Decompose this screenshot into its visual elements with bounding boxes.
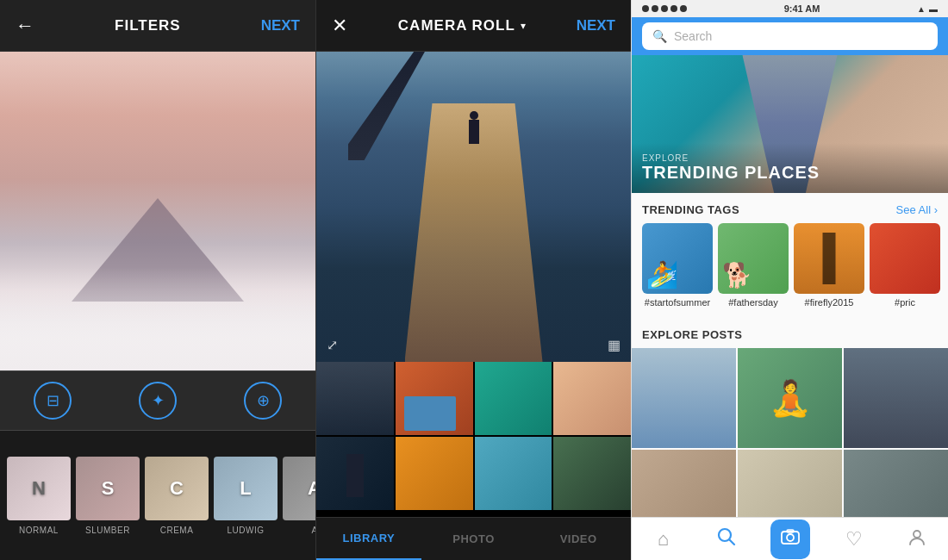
tag-label-2: #fathersday xyxy=(728,297,777,308)
filter-thumb-slumber: S xyxy=(76,457,140,520)
tag-item-pric[interactable]: #pric xyxy=(870,223,940,308)
main-photo-preview: ⤢ ▦ xyxy=(316,52,631,362)
lux-tool-button[interactable]: ⊕ xyxy=(244,382,282,420)
filter-letter-extra: A xyxy=(308,477,315,500)
nav-likes-button[interactable]: ♡ xyxy=(835,520,873,558)
filter-strip: N NORMAL S SLUMBER C CREMA L LUDWIG A xyxy=(0,431,315,560)
filter-letter-ludwig: L xyxy=(240,477,251,500)
filter-item-crema[interactable]: C CREMA xyxy=(145,457,209,535)
grid-cell-6[interactable] xyxy=(396,437,473,510)
nav-profile-button[interactable] xyxy=(898,520,936,558)
filter-item-extra[interactable]: A A xyxy=(283,457,315,535)
signal-dot-1 xyxy=(642,5,649,12)
explore-post-3[interactable] xyxy=(844,348,948,448)
signal-dot-5 xyxy=(680,5,687,12)
trending-banner[interactable]: EXPLORE TRENDING PLACES xyxy=(632,55,948,193)
grid-cell-5[interactable] xyxy=(316,437,394,510)
tag-thumb-2 xyxy=(718,223,789,294)
status-icons: ▲ ▬ xyxy=(917,4,938,14)
nav-home-button[interactable]: ⌂ xyxy=(645,520,683,558)
explore-scroll-area[interactable]: EXPLORE TRENDING PLACES TRENDING TAGS Se… xyxy=(632,55,948,517)
battery-icon: ▬ xyxy=(929,4,938,14)
search-bar[interactable]: 🔍 Search xyxy=(642,22,938,50)
explore-posts-header: EXPLORE POSTS xyxy=(632,318,948,348)
grid-cell-8[interactable] xyxy=(553,437,631,510)
filter-thumb-ludwig: L xyxy=(214,457,278,520)
home-icon: ⌂ xyxy=(658,528,669,551)
profile-icon xyxy=(907,527,926,551)
svg-line-1 xyxy=(729,539,734,544)
explore-posts-grid xyxy=(632,348,948,517)
tag-label-1: #startofsummer xyxy=(645,297,710,308)
lux-icon: ⊕ xyxy=(257,391,270,410)
explore-posts-section-title: EXPLORE POSTS xyxy=(642,328,742,341)
explore-post-6[interactable] xyxy=(844,450,948,517)
grid-toggle-icon[interactable]: ▦ xyxy=(608,337,621,353)
brightness-tool-button[interactable]: ✦ xyxy=(139,382,177,420)
tag-item-fathersday[interactable]: #fathersday xyxy=(718,223,789,308)
camera-icon xyxy=(781,527,800,551)
bottom-navigation: ⌂ ♡ xyxy=(632,517,948,560)
camera-roll-title: CAMERA ROLL xyxy=(398,17,515,34)
grid-cell-2[interactable] xyxy=(396,362,473,435)
adjust-tool-button[interactable]: ⊟ xyxy=(34,382,72,420)
filter-thumb-crema: C xyxy=(145,457,209,520)
grid-cell-1[interactable] xyxy=(316,362,394,435)
grid-cell-7[interactable] xyxy=(475,437,552,510)
filter-thumb-extra: A xyxy=(283,457,315,520)
tab-photo[interactable]: PHOTO xyxy=(421,518,527,560)
signal-dot-3 xyxy=(661,5,668,12)
tab-library[interactable]: LIBRARY xyxy=(316,518,421,560)
tags-row: #startofsummer #fathersday #firefly2015 … xyxy=(632,223,948,318)
filters-title: FILTERS xyxy=(115,17,181,34)
search-bar-container: 🔍 Search xyxy=(632,17,948,55)
tag-thumb-4 xyxy=(870,223,940,294)
expand-icon[interactable]: ⤢ xyxy=(327,337,338,353)
explore-panel: 9:41 AM ▲ ▬ 🔍 Search EXPLORE TRENDING PL… xyxy=(631,0,948,560)
filters-panel: ← FILTERS NEXT ⊟ ✦ ⊕ N NORMAL S SLUMBER xyxy=(0,0,315,560)
nav-search-button[interactable] xyxy=(708,520,745,558)
filter-label-crema: CREMA xyxy=(160,526,194,535)
filters-next-button[interactable]: NEXT xyxy=(261,17,300,34)
tag-item-startofsummer[interactable]: #startofsummer xyxy=(642,223,713,308)
filter-item-slumber[interactable]: S SLUMBER xyxy=(76,457,140,535)
explore-post-1[interactable] xyxy=(632,348,736,448)
chevron-down-icon: ▾ xyxy=(521,20,526,32)
grid-cell-4[interactable] xyxy=(553,362,631,435)
tag-label-3: #firefly2015 xyxy=(805,297,854,308)
filter-label-ludwig: LUDWIG xyxy=(228,526,265,535)
close-button[interactable]: ✕ xyxy=(332,15,347,37)
explore-post-4[interactable] xyxy=(632,450,736,517)
search-nav-icon xyxy=(717,527,736,551)
person-silhouette xyxy=(469,120,479,144)
filter-preview-image xyxy=(0,52,315,370)
svg-point-5 xyxy=(914,531,920,538)
status-bar: 9:41 AM ▲ ▬ xyxy=(632,0,948,17)
filter-label-slumber: SLUMBER xyxy=(85,526,130,535)
adjust-icon: ⊟ xyxy=(47,391,59,410)
back-button[interactable]: ← xyxy=(16,15,34,37)
explore-post-5[interactable] xyxy=(738,450,842,517)
signal-dot-4 xyxy=(670,5,677,12)
explore-label: EXPLORE xyxy=(642,153,938,163)
tab-video[interactable]: VIDEO xyxy=(526,518,631,560)
filter-letter-slumber: S xyxy=(102,477,115,500)
signal-dot-2 xyxy=(652,5,658,12)
filter-item-ludwig[interactable]: L LUDWIG xyxy=(214,457,278,535)
trending-tags-section-title: TRENDING TAGS xyxy=(642,203,739,216)
nav-camera-button[interactable] xyxy=(770,520,810,559)
trending-tags-see-all[interactable]: See All › xyxy=(896,203,938,216)
grid-cell-3[interactable] xyxy=(475,362,552,435)
status-time: 9:41 AM xyxy=(784,3,820,14)
explore-post-2[interactable] xyxy=(738,348,842,448)
camera-roll-next-button[interactable]: NEXT xyxy=(577,17,615,34)
filter-letter-normal: N xyxy=(32,477,46,500)
camera-roll-title-group[interactable]: CAMERA ROLL ▾ xyxy=(398,17,526,34)
filters-top-bar: ← FILTERS NEXT xyxy=(0,0,315,52)
filter-item-normal[interactable]: N NORMAL xyxy=(7,457,71,535)
svg-rect-2 xyxy=(782,532,799,544)
brightness-icon: ✦ xyxy=(152,391,165,410)
tag-item-firefly2015[interactable]: #firefly2015 xyxy=(794,223,864,308)
wifi-icon: ▲ xyxy=(917,4,926,14)
photo-grid xyxy=(316,362,631,517)
